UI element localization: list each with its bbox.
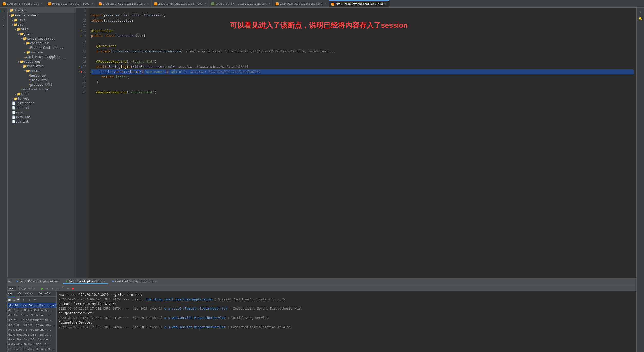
collapse-arrow: ▼ xyxy=(24,42,26,45)
sidebar-item-src[interactable]: ▼ 📂 src xyxy=(8,22,76,27)
project-tool-btn[interactable]: ≡ xyxy=(1,9,7,14)
notifications-tool-btn[interactable]: 🔔 xyxy=(638,15,643,21)
sidebar-item-main[interactable]: ▼ 📂 main xyxy=(8,27,76,32)
frame-item-invoke43[interactable]: invoke:43, DelegatingMethod... xyxy=(0,318,56,322)
resume-icon[interactable]: ▶ xyxy=(40,286,44,291)
tab-close[interactable]: × xyxy=(204,2,206,5)
sidebar-item-mvn[interactable]: ▶ 📁 .mvn xyxy=(8,18,76,22)
run-to-cursor-icon[interactable]: ⤵ xyxy=(60,286,65,291)
folder-icon: 📂 xyxy=(11,14,15,17)
frame-item-doinvoke[interactable]: doInvoke:190, InvocableHan... xyxy=(0,327,56,332)
file-icon: 📄 xyxy=(12,111,16,114)
sidebar-item-mvnw[interactable]: 📄 mvnw xyxy=(8,110,76,115)
structure-tool-btn[interactable]: ⊞ xyxy=(1,15,7,21)
collapse-arrow: ▼ xyxy=(12,23,13,26)
sidebar-item-zmallproductapplic[interactable]: ☕ ZmallProductApplic... xyxy=(8,55,76,59)
frame-label: invoke:43, DelegatingMethod... xyxy=(2,318,53,322)
debug-app-zmalluserapplication[interactable]: ⚑ ZmallUserApplication × xyxy=(63,279,108,284)
code-line-15: @Autowired xyxy=(91,44,634,49)
tab-variables[interactable]: Variables xyxy=(15,291,36,296)
tab-close[interactable]: × xyxy=(324,2,326,5)
tab-zmalluserapplication[interactable]: zmallUserApplication.java × xyxy=(96,0,152,7)
sidebar-item-productcontroller[interactable]: ☕ ProductControll... xyxy=(8,45,76,50)
tab-label: zmallUserApplication.java xyxy=(103,2,145,5)
code-line-18: @RequestMapping("/login.html") xyxy=(91,59,634,64)
tab-productcontroller[interactable]: ProductController.java × xyxy=(45,0,96,7)
folder-icon: 📂 xyxy=(26,69,30,73)
tab-close[interactable]: × xyxy=(385,3,387,5)
sidebar-item-applicationyml[interactable]: ⚙ application.yml xyxy=(8,87,76,92)
frame-item-invokeandhandle[interactable]: invokeAndHandle:105, Servle... xyxy=(0,337,56,342)
frame-label: handleInternal:792, RequestM... xyxy=(2,348,55,351)
settings-tool-btn[interactable]: ⚙ xyxy=(638,9,643,14)
debug-control-buttons: ▶ ↷ ↓ ↑ ⤵ ⌨ ■ xyxy=(40,286,75,291)
tab-zmallproductapplication[interactable]: ZmallProductApplication.java × xyxy=(329,0,389,7)
thread-up-icon[interactable]: ↑ xyxy=(21,297,26,302)
tab-applicationyml[interactable]: zmall-cart\...\application.yml × xyxy=(209,0,273,7)
code-line-12: @Controller xyxy=(91,28,634,33)
frame-item-login[interactable]: ● login:20, UserController (com.zking.zm… xyxy=(0,303,56,308)
sidebar-item-test[interactable]: ▶ 📁 test xyxy=(8,92,76,96)
tab-console[interactable]: Console xyxy=(36,291,53,296)
tab-close[interactable]: × xyxy=(269,2,270,5)
sidebar-item-service[interactable]: ▶ 📁 service xyxy=(8,50,76,55)
app-label: ZmallProductApplication xyxy=(20,280,59,283)
tab-zmallcartapplication[interactable]: ZmallCartApplication.java × xyxy=(273,0,329,7)
sidebar-item-mvnwcmd[interactable]: 📄 mvnw.cmd xyxy=(8,115,76,119)
folder-icon: 📂 xyxy=(14,23,18,26)
sidebar-item-controller[interactable]: ▼ 📂 controller xyxy=(8,41,76,45)
step-over-icon[interactable]: ↷ xyxy=(45,286,50,291)
thread-selector: ✓ http--... ↑ ↓ ▼ xyxy=(0,297,56,303)
favorites-tool-btn[interactable]: ★ xyxy=(1,22,7,28)
sidebar-item-templates[interactable]: ▼ 📂 templates xyxy=(8,64,76,69)
step-into-icon[interactable]: ↓ xyxy=(50,286,55,291)
sidebar-item-producthtml[interactable]: ⚡ product.html xyxy=(8,82,76,87)
item-label: test xyxy=(21,92,28,96)
thread-filter-icon[interactable]: ▼ xyxy=(33,297,37,302)
folder-icon: 📁 xyxy=(14,18,18,22)
sidebar-item-zmall-product[interactable]: ▼ 📂 zmall-product xyxy=(8,13,76,18)
sidebar-item-common[interactable]: ▼ 📂 common xyxy=(8,69,76,73)
frame-item-invoke498[interactable]: invoke:498, Method (java.lan... xyxy=(0,322,56,327)
tab-zmallorderapplication[interactable]: ZmallOrderApplication.java × xyxy=(152,0,209,7)
java-file-icon xyxy=(3,2,6,5)
frame-item-handleinternal[interactable]: handleInternal:792, RequestM... xyxy=(0,347,56,352)
tab-label: ZmallOrderApplication.java xyxy=(158,2,202,5)
debug-toolbar: Debug: ▶ ZmallProductApplication ⚑ Zmall… xyxy=(0,278,644,285)
html-icon: ⚡ xyxy=(28,78,30,82)
sidebar-item-pomxml[interactable]: 📄 pom.xml xyxy=(8,119,76,124)
frame-item-invokehandler[interactable]: invokeHandlerMethod:878, F... xyxy=(0,342,56,347)
code-editor[interactable]: import javax.servlet.http.HttpSession; i… xyxy=(89,8,636,278)
tab-usercontroller[interactable]: UserController.java × xyxy=(0,0,45,7)
tab-close[interactable]: × xyxy=(41,2,43,5)
sidebar-item-target[interactable]: ▶ 📁 target xyxy=(8,96,76,101)
file-icon: 📄 xyxy=(12,115,16,119)
sidebar-item-gitignore[interactable]: 📄 .gitignore xyxy=(8,101,76,106)
collapse-arrow: ▼ xyxy=(24,70,26,72)
server-tab-endpoints[interactable]: Endpoints xyxy=(17,286,37,291)
code-line-17 xyxy=(91,54,634,59)
thread-down-icon[interactable]: ↓ xyxy=(27,297,32,302)
tab-label: zmall-cart\...\application.yml xyxy=(216,2,267,5)
sidebar-item-java[interactable]: ▼ 📂 java xyxy=(8,32,76,36)
stop-icon[interactable]: ■ xyxy=(71,286,75,291)
sidebar-item-helpmd[interactable]: 📄 HELP.md xyxy=(8,106,76,110)
frame-item-invokefor[interactable]: invokeForRequest:138, Invoc... xyxy=(0,332,56,337)
console-line-6: 'dispatcherServlet' xyxy=(59,320,642,325)
sidebar-item-indexhtml[interactable]: ⚡ index.html xyxy=(8,78,76,82)
debug-console[interactable]: zmall-user 172.20.10.3:8010 register fin… xyxy=(57,291,644,352)
sidebar-item-resources[interactable]: ▼ 📂 resources xyxy=(8,59,76,64)
tab-close[interactable]: × xyxy=(92,2,93,5)
frame-item-invoke62[interactable]: invoke:62, NativeMethodAcc... xyxy=(0,313,56,318)
debug-app-zmallgateway[interactable]: ▶ ZmallGatewayApplication × xyxy=(110,279,159,284)
evaluate-icon[interactable]: ⌨ xyxy=(66,286,70,291)
step-out-icon[interactable]: ↑ xyxy=(55,286,60,291)
tab-close[interactable]: × xyxy=(147,2,149,5)
sidebar-item-headhtml[interactable]: ⚡ head.html xyxy=(8,73,76,78)
sidebar-item-comzking[interactable]: ▼ 📂 com.zking.zmall xyxy=(8,36,76,41)
debug-app-zmallproduct[interactable]: ▶ ZmallProductApplication xyxy=(14,279,61,284)
folder-icon: 📂 xyxy=(17,27,21,31)
frame-item-invoke0[interactable]: invoke:0:-1, NativeMethodAc... xyxy=(0,308,56,313)
item-label: service xyxy=(30,51,43,54)
folder-icon: 📂 xyxy=(23,37,27,40)
